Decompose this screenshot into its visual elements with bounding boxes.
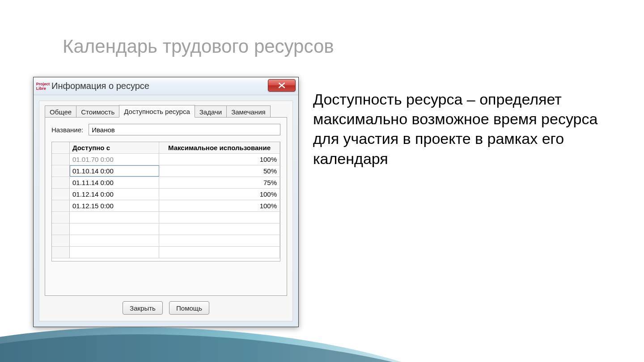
grid-row[interactable] <box>52 247 280 258</box>
row-handle[interactable] <box>52 165 70 177</box>
row-handle[interactable] <box>52 247 70 258</box>
row-handle[interactable] <box>52 235 70 246</box>
cell-max-utilization[interactable] <box>159 235 280 246</box>
tab-tasks[interactable]: Задачи <box>195 105 227 118</box>
grid-row[interactable]: 01.10.14 0:0050% <box>52 165 280 177</box>
cell-max-utilization[interactable]: 50% <box>159 165 280 177</box>
slide: Календарь трудового ресурсов Доступность… <box>0 0 644 362</box>
cell-available-from[interactable] <box>70 235 159 246</box>
close-window-button[interactable] <box>268 79 296 92</box>
grid-row[interactable] <box>52 235 280 247</box>
cell-available-from[interactable] <box>70 247 159 258</box>
tab-general[interactable]: Общее <box>45 105 76 118</box>
cell-max-utilization[interactable]: 75% <box>159 177 280 188</box>
dialog-body: Общее Стоимость Доступность ресурса Зада… <box>39 101 293 321</box>
tab-availability[interactable]: Доступность ресурса <box>119 105 195 118</box>
col-header-from[interactable]: Доступно с <box>70 142 159 153</box>
grid-row[interactable]: 01.12.15 0:00100% <box>52 200 280 212</box>
cell-max-utilization[interactable]: 100% <box>159 200 280 211</box>
close-icon <box>278 82 286 88</box>
row-handle[interactable] <box>52 200 70 211</box>
slide-title: Календарь трудового ресурсов <box>63 36 334 57</box>
cell-available-from[interactable]: 01.01.70 0:00 <box>70 154 159 165</box>
name-input[interactable] <box>89 124 280 135</box>
grid-corner <box>52 142 70 153</box>
close-button[interactable]: Закрыть <box>123 301 163 315</box>
cell-max-utilization[interactable] <box>159 247 280 258</box>
cell-max-utilization[interactable]: 100% <box>159 189 280 200</box>
help-button[interactable]: Помощь <box>169 301 209 315</box>
cell-max-utilization[interactable] <box>159 212 280 223</box>
cell-max-utilization[interactable]: 100% <box>159 154 280 165</box>
cell-available-from[interactable]: 01.12.14 0:00 <box>70 189 159 200</box>
grid-header-row: Доступно с Максимальное использование <box>52 142 280 154</box>
grid-row[interactable]: 01.12.14 0:00100% <box>52 189 280 200</box>
row-handle[interactable] <box>52 189 70 200</box>
title-bar: Project Libre Информация о ресурсе <box>34 77 298 95</box>
grid-row[interactable]: 01.11.14 0:0075% <box>52 177 280 189</box>
tab-strip: Общее Стоимость Доступность ресурса Зада… <box>39 101 292 117</box>
row-handle[interactable] <box>52 223 70 235</box>
grid-row[interactable]: 01.01.70 0:00100% <box>52 154 280 165</box>
cell-available-from[interactable]: 01.12.15 0:00 <box>70 200 159 211</box>
tab-notes[interactable]: Замечания <box>226 105 271 118</box>
grid-row[interactable] <box>52 212 280 223</box>
dialog-button-row: Закрыть Помощь <box>39 301 292 315</box>
cell-available-from[interactable] <box>70 212 159 223</box>
row-handle[interactable] <box>52 154 70 165</box>
app-icon: Project Libre <box>38 81 48 91</box>
name-label: Название: <box>51 126 83 134</box>
tab-cost[interactable]: Стоимость <box>76 105 119 118</box>
cell-max-utilization[interactable] <box>159 223 280 235</box>
cell-available-from[interactable]: 01.10.14 0:00 <box>70 165 159 177</box>
name-row: Название: <box>51 124 280 135</box>
row-handle[interactable] <box>52 177 70 188</box>
row-handle[interactable] <box>52 212 70 223</box>
resource-info-dialog: Project Libre Информация о ресурсе Общее… <box>33 77 299 327</box>
grid-row[interactable] <box>52 223 280 235</box>
cell-available-from[interactable]: 01.11.14 0:00 <box>70 177 159 188</box>
availability-pane: Название: Доступно с Максимальное исполь… <box>45 117 287 296</box>
cell-available-from[interactable] <box>70 223 159 235</box>
availability-grid[interactable]: Доступно с Максимальное использование 01… <box>51 142 280 261</box>
col-header-util[interactable]: Максимальное использование <box>159 142 280 153</box>
window-title: Информация о ресурсе <box>51 81 149 91</box>
explanation-text: Доступность ресурса – определяет максима… <box>313 89 608 168</box>
app-icon-text: Project Libre <box>36 82 50 91</box>
